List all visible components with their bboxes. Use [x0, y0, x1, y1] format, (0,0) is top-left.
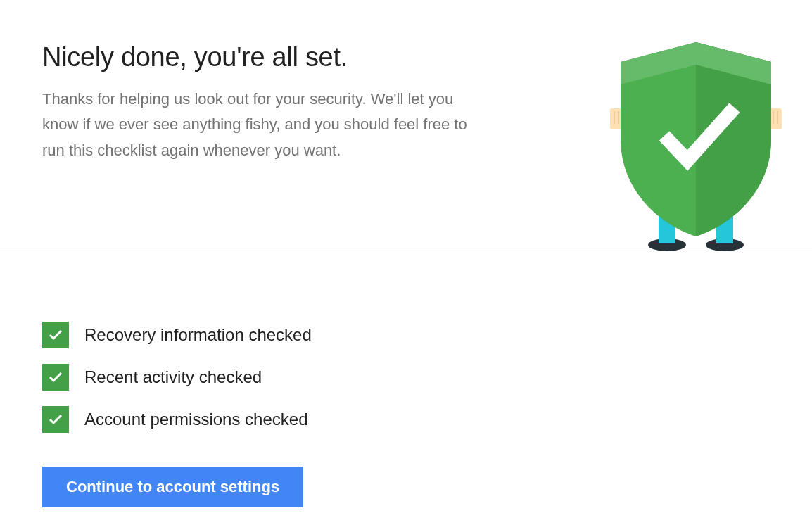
checklist-item-label: Recovery information checked: [84, 325, 312, 345]
checklist-item-label: Account permissions checked: [84, 410, 307, 429]
checkmark-icon: [42, 364, 69, 391]
checklist-item-recovery: Recovery information checked: [42, 322, 812, 348]
checkmark-icon: [42, 322, 69, 348]
checkmark-icon: [42, 406, 69, 433]
checklist-section: Recovery information checked Recent acti…: [0, 251, 812, 507]
checklist-item-label: Recent activity checked: [84, 367, 262, 387]
checklist-item-activity: Recent activity checked: [42, 364, 812, 391]
shield-character-illustration: [608, 41, 784, 252]
checklist-item-permissions: Account permissions checked: [42, 406, 812, 433]
continue-button[interactable]: Continue to account settings: [42, 467, 303, 507]
page-subtitle: Thanks for helping us look out for your …: [42, 87, 471, 163]
hero-section: Nicely done, you're all set. Thanks for …: [0, 0, 812, 251]
